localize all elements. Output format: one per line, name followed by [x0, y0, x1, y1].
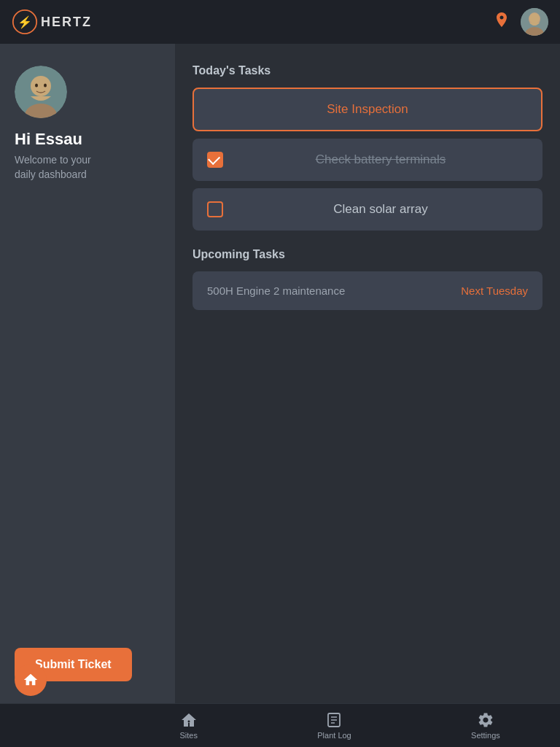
- todays-tasks-title: Today's Tasks: [192, 64, 542, 77]
- logo-icon: ⚡: [12, 9, 38, 35]
- top-nav: ⚡ HERTZ: [0, 0, 560, 44]
- task-label-check-battery: Check battery terminals: [233, 152, 528, 167]
- svg-point-9: [35, 84, 38, 88]
- task-label-site-inspection: Site Inspection: [209, 102, 526, 117]
- bottom-nav-plant-log[interactable]: Plant Log: [317, 711, 351, 740]
- settings-nav-icon: [477, 711, 494, 729]
- svg-text:⚡: ⚡: [18, 15, 33, 30]
- sites-nav-label: Sites: [179, 731, 197, 740]
- plant-log-nav-icon: [325, 711, 343, 729]
- bottom-nav: Sites Plant Log Settings: [0, 703, 560, 747]
- bottom-nav-sites[interactable]: Sites: [179, 711, 197, 740]
- svg-point-7: [31, 76, 51, 96]
- svg-point-10: [44, 84, 47, 88]
- home-fab-button[interactable]: [15, 664, 47, 696]
- upcoming-task-label: 500H Engine 2 maintenance: [207, 285, 345, 297]
- home-fab-icon: [23, 672, 39, 688]
- nav-avatar[interactable]: [521, 8, 548, 36]
- location-icon[interactable]: [493, 11, 510, 33]
- logo: ⚡ HERTZ: [12, 9, 92, 35]
- upcoming-task-date: Next Tuesday: [461, 285, 528, 297]
- svg-point-5: [529, 13, 540, 23]
- checkbox-clean-solar[interactable]: [207, 201, 223, 217]
- user-avatar: [15, 66, 67, 118]
- checkbox-check-battery[interactable]: [207, 152, 223, 168]
- welcome-text: Welcome to your daily dashboard: [15, 153, 91, 182]
- upcoming-tasks-title: Upcoming Tasks: [192, 248, 542, 261]
- settings-nav-label: Settings: [471, 731, 500, 740]
- logo-text: HERTZ: [41, 15, 92, 30]
- task-clean-solar[interactable]: Clean solar array: [192, 188, 542, 231]
- bottom-nav-settings[interactable]: Settings: [471, 711, 500, 740]
- upcoming-task-item[interactable]: 500H Engine 2 maintenance Next Tuesday: [192, 271, 542, 310]
- sites-nav-icon: [180, 711, 198, 729]
- main-content: Today's Tasks Site Inspection Check batt…: [175, 44, 560, 703]
- plant-log-nav-label: Plant Log: [317, 731, 351, 740]
- nav-right: [493, 8, 548, 36]
- task-site-inspection[interactable]: Site Inspection: [192, 88, 542, 131]
- greeting: Hi Essau: [15, 130, 82, 149]
- task-check-battery[interactable]: Check battery terminals: [192, 139, 542, 181]
- task-label-clean-solar: Clean solar array: [233, 202, 528, 217]
- upcoming-tasks-section: Upcoming Tasks 500H Engine 2 maintenance…: [192, 248, 542, 310]
- sidebar: Hi Essau Welcome to your daily dashboard…: [0, 44, 175, 703]
- svg-rect-12: [190, 721, 192, 723]
- svg-rect-11: [185, 721, 187, 723]
- main-layout: Hi Essau Welcome to your daily dashboard…: [0, 44, 560, 703]
